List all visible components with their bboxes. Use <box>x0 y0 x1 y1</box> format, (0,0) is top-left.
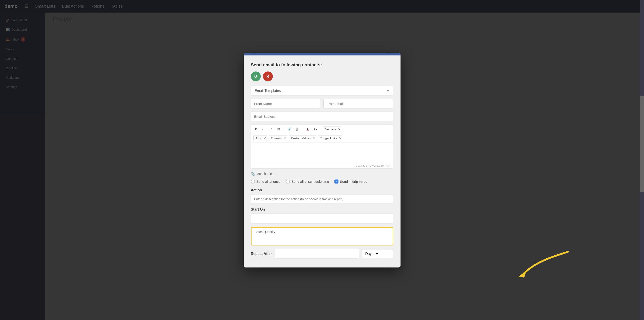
send-in-drip-checkbox[interactable]: ✓ <box>334 179 338 183</box>
paperclip-icon: 📎 <box>251 172 255 176</box>
ordered-list-button[interactable]: ⊟ <box>276 127 282 132</box>
repeat-after-input[interactable] <box>274 249 359 258</box>
action-input[interactable] <box>251 194 393 204</box>
attach-files-row[interactable]: 📎 Attach Files <box>251 172 393 176</box>
link-button[interactable]: 🔗 <box>286 127 293 132</box>
template-dropdown-label: Email Templates <box>255 89 281 93</box>
editor-body[interactable] <box>251 142 393 163</box>
template-dropdown[interactable]: Email Templates ▼ <box>251 86 393 96</box>
modal-header-bar <box>244 53 400 55</box>
custom-values-select[interactable]: Custom Values <box>289 135 316 141</box>
editor-toolbar-row2: 11pt Formats Custom Values Trigger Links <box>251 134 393 142</box>
bg-color-button[interactable]: A▾ <box>312 127 319 132</box>
email-editor: B I ≡ ⊟ 🔗 🖼 A A▾ Verdana 11pt <box>251 124 393 168</box>
send-at-schedule-label: Send all at schedule time <box>292 180 329 183</box>
send-all-at-once-option[interactable]: Send all at once <box>251 179 281 183</box>
send-options-row: Send all at once Send all at schedule ti… <box>251 179 393 183</box>
batch-quantity-label: Batch Quantity <box>255 230 390 233</box>
toolbar-separator-3 <box>303 127 303 131</box>
batch-quantity-input[interactable] <box>255 235 390 242</box>
from-fields-row <box>251 99 393 108</box>
days-select[interactable]: Days ▼ <box>362 249 393 258</box>
chevron-down-icon: ▼ <box>386 89 390 92</box>
start-on-label: Start On <box>251 207 393 211</box>
italic-button[interactable]: I <box>260 127 265 132</box>
font-select[interactable]: Verdana <box>323 126 342 132</box>
trigger-links-select[interactable]: Trigger Links <box>318 135 342 141</box>
avatar-g: G <box>251 71 261 81</box>
toolbar-separator-1 <box>267 127 267 131</box>
email-subject-input[interactable] <box>251 111 393 121</box>
scrollbar-thumb[interactable] <box>640 96 644 192</box>
start-on-input[interactable] <box>251 213 393 223</box>
send-email-modal: Send email to following contacts: G R Em… <box>244 53 400 267</box>
toolbar-separator-2 <box>284 127 284 131</box>
modal-body: Send email to following contacts: G R Em… <box>244 55 400 267</box>
send-all-at-once-radio[interactable] <box>251 179 255 183</box>
send-in-drip-label: Send in drip mode <box>340 180 367 183</box>
text-color-button[interactable]: A <box>305 127 310 132</box>
toolbar-separator-4 <box>321 127 321 131</box>
days-chevron-icon: ▼ <box>375 252 379 256</box>
action-section-label: Action <box>251 188 393 192</box>
image-button[interactable]: 🖼 <box>294 127 301 132</box>
contacts-row: G R <box>251 71 393 81</box>
batch-quantity-container: Batch Quantity <box>251 227 393 245</box>
avatar-r: R <box>263 71 273 81</box>
bold-button[interactable]: B <box>253 127 259 132</box>
days-option-label: Days <box>365 252 374 256</box>
attach-files-label: Attach Files <box>257 172 274 176</box>
editor-footer: 0 WORDS POWERED BY TINY <box>251 163 393 168</box>
from-email-input[interactable] <box>324 99 393 108</box>
repeat-after-label: Repeat After <box>251 252 272 256</box>
editor-toolbar-row1: B I ≡ ⊟ 🔗 🖼 A A▾ Verdana <box>251 124 393 134</box>
send-at-schedule-radio[interactable] <box>286 179 290 183</box>
send-at-schedule-option[interactable]: Send all at schedule time <box>286 179 329 183</box>
formats-select[interactable]: Formats <box>268 135 287 141</box>
from-name-input[interactable] <box>251 99 321 108</box>
font-size-select[interactable]: 11pt <box>253 135 267 141</box>
send-all-at-once-label: Send all at once <box>256 180 281 183</box>
unordered-list-button[interactable]: ≡ <box>269 127 274 132</box>
modal-title: Send email to following contacts: <box>251 62 393 67</box>
repeat-after-row: Repeat After Days ▼ <box>251 249 393 258</box>
send-in-drip-option[interactable]: ✓ Send in drip mode <box>334 179 367 183</box>
scrollbar-track[interactable] <box>640 0 644 320</box>
